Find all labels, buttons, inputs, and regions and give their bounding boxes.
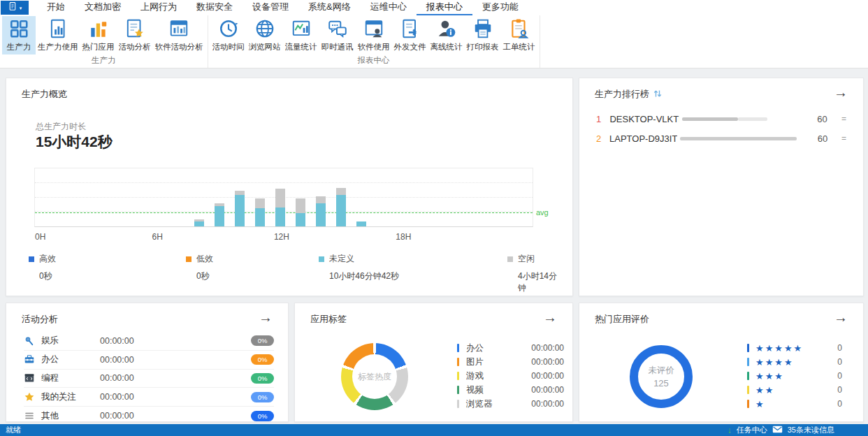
ribbon-button-chat[interactable]: 即时通讯 xyxy=(319,16,356,54)
tag-heat-donut-chart: 标签热度 xyxy=(341,343,408,410)
app-menu-button[interactable]: ▾ xyxy=(1,1,29,15)
app-logo-icon xyxy=(8,1,18,15)
ribbon-button-label: 浏览网站 xyxy=(249,42,281,52)
bar-segment-idle xyxy=(336,188,346,195)
chart-bar-hour-13 xyxy=(296,198,305,226)
traffic-chart-icon xyxy=(291,17,312,40)
legend-value: 0秒 xyxy=(39,270,56,282)
ribbon-button-label: 外发文件 xyxy=(394,42,426,52)
panel-title: 活动分析 xyxy=(22,313,58,326)
ribbon-button-bar-chart[interactable]: 热门应用 xyxy=(80,16,117,54)
score-bar-segment xyxy=(738,117,767,121)
ribbon-button-doc-chart[interactable]: 生产力使用 xyxy=(36,16,80,54)
unread-messages-link[interactable]: 35条未读信息 xyxy=(788,425,834,435)
ribbon-button-printer[interactable]: 打印报表 xyxy=(465,16,501,54)
status-bar-right: ↓ 任务中心 35条未读信息 xyxy=(728,425,834,435)
x-axis-tick: 18H xyxy=(396,232,411,242)
ribbon-button-label: 流量统计 xyxy=(285,42,317,52)
productivity-stacked-bar-chart: avg0H6H12H18H xyxy=(34,168,533,227)
star-rating-2: ★★ xyxy=(755,386,774,395)
ribbon-button-doc-arrow[interactable]: 外发文件 xyxy=(392,16,428,54)
activity-row[interactable]: 娱乐00:00:000% xyxy=(24,332,274,351)
open-detail-arrow-icon[interactable]: → xyxy=(543,309,557,326)
score-bar-segment xyxy=(682,117,738,121)
legend-color-tick xyxy=(747,400,749,408)
globe-icon xyxy=(254,17,275,40)
legend-color-swatch xyxy=(29,256,34,262)
bar-segment-undefined xyxy=(316,203,326,226)
computer-name: DESKTOP-VLKTL... xyxy=(609,114,679,124)
bar-segment-undefined xyxy=(215,206,224,226)
legend-label: 空闲 xyxy=(518,253,535,265)
rating-row: ★0 xyxy=(747,397,842,411)
ribbon-button-doc-star[interactable]: 活动分析 xyxy=(117,16,153,54)
open-detail-arrow-icon[interactable]: → xyxy=(834,309,848,326)
bar-segment-idle xyxy=(316,196,326,203)
rating-row: ★★★★★0 xyxy=(747,341,842,355)
activity-row[interactable]: 办公00:00:000% xyxy=(24,351,274,370)
open-detail-arrow-icon[interactable]: → xyxy=(834,84,848,101)
activity-time: 00:00:00 xyxy=(100,392,134,402)
menu-tab-1[interactable]: 开始 xyxy=(37,0,75,15)
menu-tab-4[interactable]: 数据安全 xyxy=(187,0,243,15)
menu-tab-2[interactable]: 文档加密 xyxy=(75,0,131,15)
panel-app-rating: 热门应用评价 → 未评价 125 ★★★★★0★★★★0★★★0★★0★0 xyxy=(579,303,864,422)
open-detail-arrow-icon[interactable]: → xyxy=(259,309,273,326)
legend-item: 高效0秒 xyxy=(29,253,56,282)
dashboard: 生产力概览 总生产力时长 15小时42秒 avg0H6H12H18H 高效0秒低… xyxy=(0,69,868,424)
legend-color-swatch xyxy=(507,256,513,262)
menu-tab-6[interactable]: 系统&网络 xyxy=(298,0,361,15)
ribbon-button-traffic-chart[interactable]: 流量统计 xyxy=(283,16,319,54)
activity-time: 00:00:00 xyxy=(100,373,134,383)
ranking-row[interactable]: 1DESKTOP-VLKTL...60= xyxy=(579,109,863,129)
bar-segment-idle xyxy=(296,198,305,213)
ribbon-button-user-info[interactable]: 离线统计 xyxy=(428,16,465,54)
ribbon-items: 活动时间浏览网站流量统计即时通讯软件使用外发文件离线统计打印报表工单统计 xyxy=(208,15,540,54)
ribbon-button-grid[interactable]: 生产力 xyxy=(2,16,36,54)
sort-icon[interactable] xyxy=(653,89,662,101)
donut-center-label: 标签热度 xyxy=(358,371,391,383)
ribbon-group-label: 报表中心 xyxy=(208,54,540,68)
ribbon-button-label: 生产力使用 xyxy=(38,42,78,52)
tag-legend-row: 游戏00:00:00 xyxy=(457,369,564,383)
legend-value: 10小时46分钟42秒 xyxy=(329,270,399,282)
printer-icon xyxy=(472,17,493,40)
chart-bar-hour-14 xyxy=(316,196,326,226)
rating-count: 0 xyxy=(837,371,842,381)
activity-row[interactable]: 其他00:00:000% xyxy=(24,407,274,426)
x-axis-tick: 0H xyxy=(35,232,45,242)
ribbon-group-label: 生产力 xyxy=(0,54,208,68)
panel-app-tags: 应用标签 → 标签热度 办公00:00:00图片00:00:00游戏00:00:… xyxy=(294,303,573,422)
star-rating-1: ★ xyxy=(755,400,765,409)
activity-percent-badge: 0% xyxy=(251,392,274,402)
legend-color-tick xyxy=(457,386,459,394)
ribbon-button-clipboard-user[interactable]: 工单统计 xyxy=(501,16,537,54)
menu-tab-7[interactable]: 运维中心 xyxy=(361,0,417,15)
menu-tab-3[interactable]: 上网行为 xyxy=(131,0,187,15)
average-line-label: avg xyxy=(536,208,549,217)
activity-row[interactable]: 编程00:00:000% xyxy=(24,370,274,388)
menu-tab-8[interactable]: 报表中心 xyxy=(417,0,472,15)
rating-count: 0 xyxy=(837,357,842,367)
ribbon-button-window-user[interactable]: 软件使用 xyxy=(356,16,392,54)
doc-star-icon xyxy=(124,17,145,40)
rating-list: ★★★★★0★★★★0★★★0★★0★0 xyxy=(747,341,842,411)
tag-label: 浏览器 xyxy=(466,398,493,410)
task-center-link[interactable]: 任务中心 xyxy=(737,425,767,435)
legend-color-tick xyxy=(747,386,749,394)
activity-label: 我的关注 xyxy=(41,391,100,403)
menu-tab-5[interactable]: 设备管理 xyxy=(243,0,298,15)
status-bar: 就绪 ↓ 任务中心 35条未读信息 xyxy=(0,424,868,436)
computer-name: LAPTOP-D9J3IT0R xyxy=(609,133,677,144)
activity-row[interactable]: 我的关注00:00:000% xyxy=(24,388,274,407)
code-window-icon xyxy=(24,372,36,384)
ribbon-button-clock[interactable]: 活动时间 xyxy=(210,16,247,54)
score-value: 60 xyxy=(800,114,827,124)
ribbon-button-window-chart[interactable]: 软件活动分析 xyxy=(153,16,205,54)
ribbon-button-globe[interactable]: 浏览网站 xyxy=(247,16,283,54)
ranking-row[interactable]: 2LAPTOP-D9J3IT0R60= xyxy=(579,129,863,148)
total-productivity-value: 15小时42秒 xyxy=(36,132,113,152)
bar-segment-undefined xyxy=(255,208,265,226)
panel-title: 生产力概览 xyxy=(22,88,67,101)
menu-tab-9[interactable]: 更多功能 xyxy=(472,0,528,15)
